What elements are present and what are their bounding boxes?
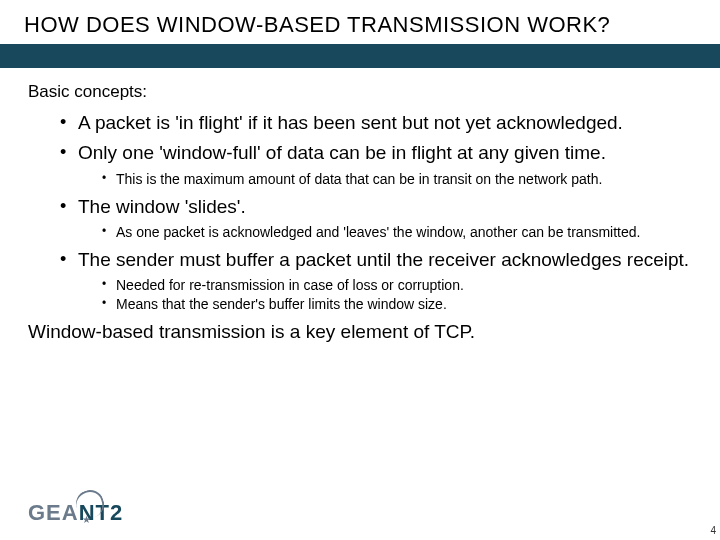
bullet-text: The window 'slides'. <box>78 196 246 217</box>
logo-suffix: 2 <box>110 500 123 525</box>
logo-text-part1: GE <box>28 500 62 525</box>
slide-title: HOW DOES WINDOW-BASED TRANSMISSION WORK? <box>24 12 696 38</box>
bullet-text: The sender must buffer a packet until th… <box>78 249 689 270</box>
sub-item: As one packet is acknowledged and 'leave… <box>102 224 692 241</box>
list-item: Only one 'window-full' of data can be in… <box>60 142 692 187</box>
sub-list: Needed for re-transmission in case of lo… <box>78 277 692 313</box>
bullet-text: Only one 'window-full' of data can be in… <box>78 142 606 163</box>
sub-list: As one packet is acknowledged and 'leave… <box>78 224 692 241</box>
page-number: 4 <box>710 525 716 536</box>
geant2-logo: ★ GEANT2 <box>28 500 123 526</box>
title-underline-bar <box>0 44 720 68</box>
sub-item: This is the maximum amount of data that … <box>102 171 692 188</box>
title-area: HOW DOES WINDOW-BASED TRANSMISSION WORK? <box>0 0 720 44</box>
logo-star-icon: ★ <box>82 514 91 525</box>
list-item: A packet is 'in flight' if it has been s… <box>60 112 692 134</box>
bullet-list: A packet is 'in flight' if it has been s… <box>28 112 692 313</box>
sub-item: Means that the sender's buffer limits th… <box>102 296 692 313</box>
content-area: Basic concepts: A packet is 'in flight' … <box>0 68 720 343</box>
bullet-text: A packet is 'in flight' if it has been s… <box>78 112 623 133</box>
conclusion-text: Window-based transmission is a key eleme… <box>28 321 692 343</box>
list-item: The window 'slides'. As one packet is ac… <box>60 196 692 241</box>
sub-list: This is the maximum amount of data that … <box>78 171 692 188</box>
list-item: The sender must buffer a packet until th… <box>60 249 692 313</box>
sub-item: Needed for re-transmission in case of lo… <box>102 277 692 294</box>
intro-text: Basic concepts: <box>28 82 692 102</box>
